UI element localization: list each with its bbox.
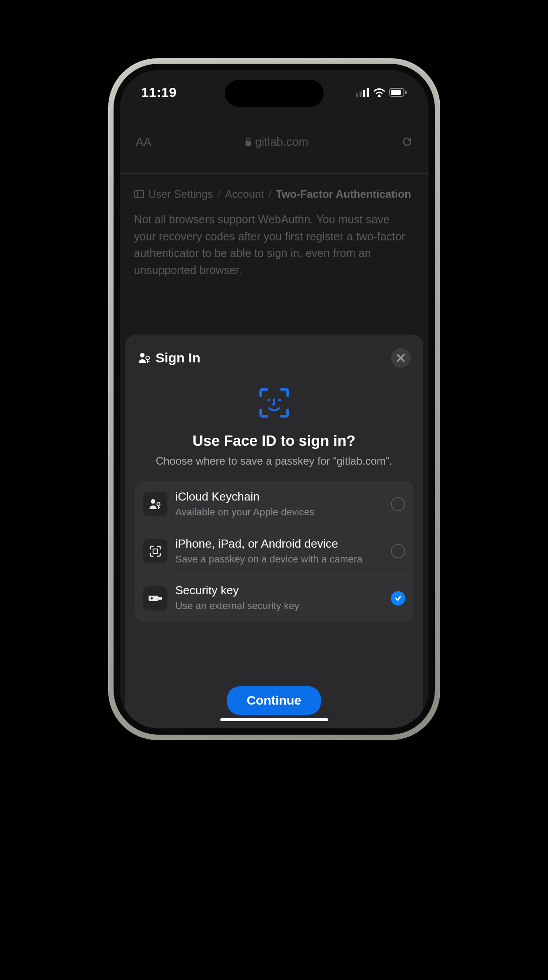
svg-rect-1 [359,91,362,97]
svg-rect-22 [149,596,158,601]
option-icloud-keychain[interactable]: iCloud Keychain Available on your Apple … [135,481,413,528]
text-size-icon: AA [136,135,152,149]
svg-point-17 [151,499,155,504]
sheet-title: Use Face ID to sign in? [135,432,413,449]
radio-selected[interactable] [391,591,405,605]
breadcrumb-item: Account [225,186,264,202]
svg-rect-9 [135,191,144,198]
svg-rect-8 [246,141,251,146]
sidebar-toggle-icon [134,190,144,198]
svg-point-15 [267,399,270,401]
breadcrumb-item: User Settings [149,186,213,202]
svg-rect-6 [391,90,401,95]
sheet-subtitle: Choose where to save a passkey for “gitl… [135,455,413,467]
option-security-key[interactable]: Security key Use an external security ke… [135,575,413,622]
svg-point-11 [140,353,145,357]
option-title: iCloud Keychain [175,490,383,504]
radio-unselected[interactable] [391,497,405,511]
checkmark-icon [394,594,402,602]
screen: 11:19 AA gitlab.com [120,70,429,728]
breadcrumb: User Settings / Account / Two-Factor Aut… [134,186,414,202]
passkey-sheet: Sign In Use Face ID to sign in [125,335,423,728]
option-subtitle: Use an external security key [175,599,383,613]
cellular-icon [356,88,369,97]
sheet-header-title: Sign In [138,350,201,366]
option-title: Security key [175,584,383,597]
lock-icon [245,137,252,146]
option-other-device[interactable]: iPhone, iPad, or Android device Save a p… [135,528,413,575]
battery-icon [389,88,407,97]
page-content: User Settings / Account / Two-Factor Aut… [120,173,429,291]
home-indicator[interactable] [220,718,328,721]
url-domain: gitlab.com [255,135,309,149]
svg-point-18 [157,503,160,506]
svg-rect-23 [158,597,162,600]
breadcrumb-item: Two-Factor Authentication [276,186,411,202]
option-subtitle: Available on your Apple devices [175,505,383,519]
reload-icon [402,136,412,147]
status-icons [356,88,407,97]
svg-rect-0 [356,93,358,97]
passkey-options: iCloud Keychain Available on your Apple … [135,481,413,622]
continue-button[interactable]: Continue [227,686,321,715]
svg-point-16 [278,399,281,401]
svg-point-24 [150,597,153,599]
close-icon [397,354,405,362]
security-key-icon [143,586,167,610]
svg-point-4 [378,95,380,97]
svg-rect-2 [363,90,365,97]
person-key-icon [143,492,167,516]
page-description: Not all browsers support WebAuthn. You m… [134,211,414,279]
sheet-header: Sign In [135,348,413,368]
svg-rect-3 [367,88,369,97]
phone-frame: 11:19 AA gitlab.com [108,58,440,740]
svg-rect-7 [405,91,407,94]
wifi-icon [373,88,386,97]
close-button[interactable] [391,348,411,368]
safari-url-bar: AA gitlab.com [120,128,429,155]
status-time: 11:19 [141,85,177,100]
dynamic-island [225,80,324,107]
svg-rect-21 [153,549,158,553]
faceid-icon [135,386,413,420]
option-subtitle: Save a passkey on a device with a camera [175,553,383,566]
passkey-icon [138,352,151,364]
qr-scan-icon [143,539,167,563]
option-title: iPhone, iPad, or Android device [175,537,383,551]
svg-point-12 [146,356,149,360]
phone-bezel: 11:19 AA gitlab.com [114,64,435,735]
radio-unselected[interactable] [391,544,405,558]
